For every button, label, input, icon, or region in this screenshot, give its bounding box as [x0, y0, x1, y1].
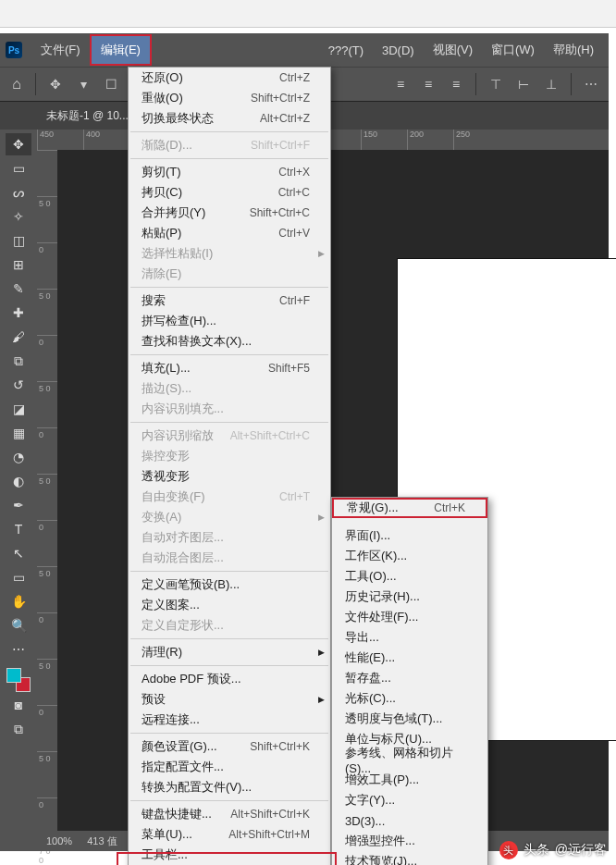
menu-view[interactable]: 视图(V)	[424, 36, 482, 64]
move-tool-icon[interactable]: ✥	[6, 133, 31, 155]
menu-file[interactable]: 文件(F)	[31, 36, 90, 64]
eyedropper-tool-icon[interactable]: ✎	[6, 278, 31, 300]
prefs-item[interactable]: 增效工具(P)...	[332, 770, 487, 790]
menu-item[interactable]: 查找和替换文本(X)...	[129, 331, 330, 352]
menu-item[interactable]: 清理(R)	[129, 642, 330, 662]
wand-tool-icon[interactable]: ✧	[6, 205, 31, 228]
menu-item[interactable]: 切换最终状态Alt+Ctrl+Z	[129, 108, 330, 129]
shape-tool-icon[interactable]: ▭	[6, 566, 31, 588]
menu-item[interactable]: 搜索Ctrl+F	[129, 290, 330, 311]
color-swatches[interactable]	[6, 668, 31, 692]
prefs-item[interactable]: 透明度与色域(T)...	[332, 709, 487, 729]
menu-edit[interactable]: 编辑(E)	[92, 36, 150, 64]
zoom-tool-icon[interactable]: 🔍	[6, 614, 31, 636]
menu-item[interactable]: 合并拷贝(Y)Shift+Ctrl+C	[129, 203, 330, 223]
distribute-mid-icon[interactable]: ⊢	[511, 72, 536, 96]
heal-tool-icon[interactable]: ✚	[6, 302, 31, 324]
menu-item[interactable]: 剪切(T)Ctrl+X	[129, 162, 330, 182]
checkbox-icon[interactable]: ☐	[99, 72, 123, 96]
menu-item[interactable]: 定义画笔预设(B)...	[129, 575, 330, 595]
menu-help[interactable]: 帮助(H)	[544, 36, 603, 64]
menu-item: 内容识别缩放Alt+Shift+Ctrl+C	[129, 426, 330, 446]
menu-item[interactable]: 透视变形	[129, 466, 330, 487]
home-icon[interactable]: ⌂	[6, 73, 28, 95]
path-tool-icon[interactable]: ↖	[6, 542, 31, 564]
menu-item[interactable]: 工具栏...	[129, 845, 330, 865]
prefs-item[interactable]: 文件处理(F)...	[332, 607, 487, 627]
prefs-item[interactable]: 工作区(K)...	[332, 546, 487, 566]
prefs-item[interactable]: 增强型控件...	[332, 831, 487, 851]
toutiao-logo-icon: 头	[499, 841, 518, 859]
history-brush-icon[interactable]: ↺	[6, 374, 31, 396]
menu-item[interactable]: Adobe PDF 预设...	[129, 669, 330, 689]
menu-item[interactable]: 转换为配置文件(V)...	[129, 777, 330, 797]
prefs-item[interactable]: 参考线、网格和切片(S)...	[332, 749, 487, 770]
menu-3d[interactable]: 3D(D)	[373, 38, 424, 63]
align-right-icon[interactable]: ≡	[444, 72, 468, 96]
doc-info: 413 值	[87, 834, 117, 848]
dropdown-icon[interactable]: ▾	[71, 72, 95, 96]
prefs-item[interactable]: 技术预览(J)...	[332, 851, 487, 865]
prefs-item[interactable]: 历史记录(H)...	[332, 587, 487, 607]
menu-item: 描边(S)...	[129, 378, 330, 399]
menu-item[interactable]: 拼写检查(H)...	[129, 311, 330, 331]
menu-item[interactable]: 填充(L)...Shift+F5	[129, 358, 330, 378]
menu-item: 内容识别填充...	[129, 399, 330, 419]
menu-item[interactable]: 预设	[129, 689, 330, 710]
menu-item[interactable]: 定义图案...	[129, 595, 330, 615]
prefs-item[interactable]: 光标(C)...	[332, 688, 487, 709]
align-center-icon[interactable]: ≡	[416, 72, 440, 96]
hand-tool-icon[interactable]: ✋	[6, 590, 31, 612]
prefs-item[interactable]: 文字(Y)...	[332, 790, 487, 810]
quickmask-icon[interactable]: ◙	[6, 694, 31, 716]
pen-tool-icon[interactable]: ✒	[6, 494, 31, 516]
type-tool-icon[interactable]: T	[6, 518, 31, 540]
ruler-vertical: 5 005 005 005 005 005 005 007 0 0	[37, 150, 57, 851]
screenmode-icon[interactable]: ⧉	[6, 718, 31, 740]
menu-hidden[interactable]: ???(T)	[319, 38, 373, 63]
brush-tool-icon[interactable]: 🖌	[6, 326, 31, 348]
menu-item[interactable]: 拷贝(C)Ctrl+C	[129, 182, 330, 203]
prefs-item[interactable]: 3D(3)...	[332, 810, 487, 831]
menu-item[interactable]: 粘贴(P)Ctrl+V	[129, 223, 330, 243]
lasso-tool-icon[interactable]: ᔕ	[6, 181, 31, 204]
prefs-item[interactable]: 界面(I)...	[332, 525, 487, 546]
marquee-tool-icon[interactable]: ▭	[6, 157, 31, 179]
menu-item[interactable]: 键盘快捷键...Alt+Shift+Ctrl+K	[129, 804, 330, 824]
preferences-submenu: 常规(G)...Ctrl+K界面(I)...工作区(K)...工具(O)...历…	[331, 497, 488, 865]
more-icon[interactable]: ⋯	[579, 72, 603, 96]
menu-item: 自由变换(F)Ctrl+T	[129, 487, 330, 507]
menu-item[interactable]: 还原(O)Ctrl+Z	[129, 68, 330, 88]
distribute-bot-icon[interactable]: ⊥	[539, 72, 563, 96]
more-tool-icon[interactable]: ⋯	[6, 638, 31, 661]
distribute-top-icon[interactable]: ⊤	[484, 72, 508, 96]
eraser-tool-icon[interactable]: ◪	[6, 398, 31, 420]
menu-window[interactable]: 窗口(W)	[482, 36, 544, 64]
prefs-item[interactable]: 工具(O)...	[332, 566, 487, 587]
prefs-item[interactable]: 导出...	[332, 627, 487, 648]
menu-item[interactable]: 远程连接...	[129, 710, 330, 730]
menu-item: 渐隐(D)...Shift+Ctrl+F	[129, 135, 330, 155]
menu-item[interactable]: 重做(O)Shift+Ctrl+Z	[129, 88, 330, 108]
prefs-item[interactable]: 常规(G)...Ctrl+K	[332, 498, 487, 518]
menu-item[interactable]: 菜单(U)...Alt+Shift+Ctrl+M	[129, 824, 330, 845]
watermark: 头 头条 @远行客	[499, 841, 607, 859]
prefs-item[interactable]: 暂存盘...	[332, 668, 487, 688]
zoom-level[interactable]: 100%	[46, 835, 72, 846]
menu-item: 操控变形	[129, 446, 330, 466]
gradient-tool-icon[interactable]: ▦	[6, 422, 31, 444]
fg-color-swatch[interactable]	[6, 668, 21, 683]
frame-tool-icon[interactable]: ⊞	[6, 253, 31, 276]
toolbox: ✥ ▭ ᔕ ✧ ◫ ⊞ ✎ ✚ 🖌 ⧉ ↺ ◪ ▦ ◔ ◐ ✒ T ↖ ▭ ✋ …	[0, 130, 37, 851]
menu-item[interactable]: 指定配置文件...	[129, 757, 330, 777]
blur-tool-icon[interactable]: ◔	[6, 446, 31, 468]
dodge-tool-icon[interactable]: ◐	[6, 470, 31, 492]
menu-item[interactable]: 颜色设置(G)...Shift+Ctrl+K	[129, 736, 330, 757]
menu-item: 定义自定形状...	[129, 615, 330, 636]
document-tab[interactable]: 未标题-1 @ 10...	[46, 108, 129, 124]
stamp-tool-icon[interactable]: ⧉	[6, 350, 31, 372]
prefs-item[interactable]: 性能(E)...	[332, 648, 487, 668]
align-left-icon[interactable]: ≡	[388, 72, 413, 96]
move-tool-icon[interactable]: ✥	[43, 72, 68, 96]
crop-tool-icon[interactable]: ◫	[6, 229, 31, 252]
